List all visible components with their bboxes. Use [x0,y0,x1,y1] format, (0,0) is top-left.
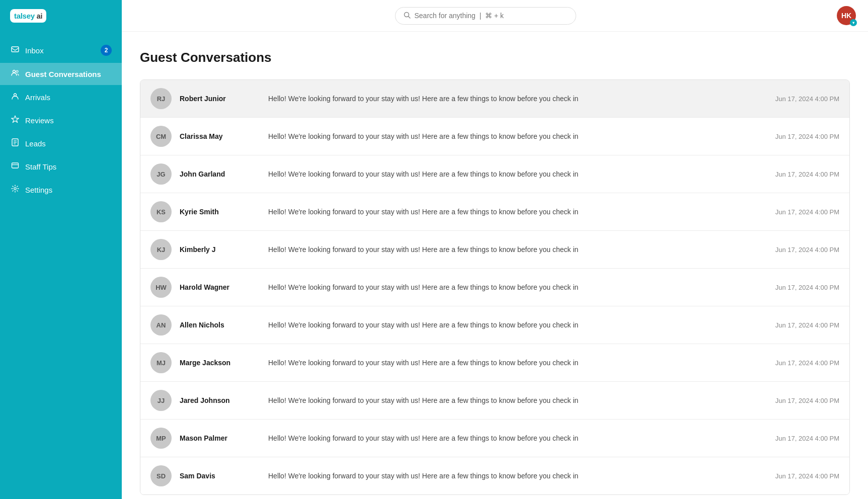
sidebar: talsey ai Inbox 2 [0,0,122,499]
table-row[interactable]: RJ Robert Junior Hello! We're looking fo… [140,80,849,118]
message-time: Jun 17, 2024 4:00 PM [775,284,839,291]
message-time: Jun 17, 2024 4:00 PM [775,246,839,254]
main-area: HK ▾ Guest Conversations RJ Robert Junio… [122,0,868,499]
header: HK ▾ [122,0,868,32]
contact-name: Sam Davis [180,472,260,480]
contact-name: Marge Jackson [180,359,260,367]
contact-name: Jared Johnson [180,396,260,404]
avatar: RJ [150,88,172,109]
avatar: JJ [150,390,172,411]
svg-point-3 [14,94,17,96]
table-row[interactable]: AN Allen Nichols Hello! We're looking fo… [140,306,849,344]
svg-rect-0 [12,47,19,52]
sidebar-item-leads[interactable]: Leads [0,132,122,154]
avatar: AN [150,314,172,336]
reviews-label: Reviews [25,116,54,125]
svg-point-2 [16,70,18,72]
logo-ai-text: ai [37,12,43,20]
conversations-list: RJ Robert Junior Hello! We're looking fo… [140,79,850,495]
message-preview: Hello! We're looking forward to your sta… [268,170,759,178]
contact-name: Clarissa May [180,132,260,140]
avatar: CM [150,126,172,147]
svg-point-11 [14,188,16,190]
arrivals-label: Arrivals [25,93,50,102]
table-row[interactable]: MJ Marge Jackson Hello! We're looking fo… [140,344,849,382]
message-preview: Hello! We're looking forward to your sta… [268,132,759,140]
sidebar-item-inbox[interactable]: Inbox 2 [0,39,122,62]
nav-items: Inbox 2 Guest Conversations Ar [0,35,122,205]
contact-name: Kyrie Smith [180,208,260,216]
guest-conversations-icon [10,69,20,79]
table-row[interactable]: MP Mason Palmer Hello! We're looking for… [140,420,849,457]
sidebar-item-settings[interactable]: Settings [0,179,122,201]
settings-label: Settings [25,186,52,194]
svg-rect-9 [12,163,19,168]
user-initials: HK [841,12,851,20]
table-row[interactable]: KS Kyrie Smith Hello! We're looking forw… [140,193,849,231]
search-icon [404,12,411,20]
contact-name: Harold Wagner [180,283,260,291]
message-preview: Hello! We're looking forward to your sta… [268,95,759,103]
guest-conversations-label: Guest Conversations [25,70,101,78]
inbox-badge: 2 [101,45,112,56]
message-preview: Hello! We're looking forward to your sta… [268,359,759,367]
avatar: HW [150,277,172,298]
table-row[interactable]: SD Sam Davis Hello! We're looking forwar… [140,457,849,494]
svg-line-13 [408,16,410,18]
avatar: MP [150,428,172,449]
contact-name: Mason Palmer [180,434,260,442]
settings-icon [10,185,20,195]
avatar-chevron-icon: ▾ [850,19,857,26]
svg-point-1 [13,70,16,73]
table-row[interactable]: JG John Garland Hello! We're looking for… [140,155,849,193]
message-time: Jun 17, 2024 4:00 PM [775,208,839,216]
avatar: JG [150,163,172,185]
contact-name: John Garland [180,170,260,178]
contact-name: Robert Junior [180,95,260,103]
search-input[interactable] [415,12,568,20]
avatar: SD [150,465,172,486]
table-row[interactable]: HW Harold Wagner Hello! We're looking fo… [140,269,849,306]
staff-tips-icon [10,161,20,172]
message-time: Jun 17, 2024 4:00 PM [775,95,839,103]
message-time: Jun 17, 2024 4:00 PM [775,472,839,480]
inbox-label: Inbox [25,46,44,55]
search-bar[interactable] [395,7,576,25]
content-area: Guest Conversations RJ Robert Junior Hel… [122,32,868,499]
message-preview: Hello! We're looking forward to your sta… [268,208,759,216]
avatar: KS [150,201,172,222]
leads-icon [10,138,20,148]
message-preview: Hello! We're looking forward to your sta… [268,245,759,254]
table-row[interactable]: KJ Kimberly J Hello! We're looking forwa… [140,231,849,269]
avatar: MJ [150,352,172,373]
message-time: Jun 17, 2024 4:00 PM [775,435,839,442]
user-avatar[interactable]: HK ▾ [837,6,856,25]
reviews-icon [10,115,20,125]
message-preview: Hello! We're looking forward to your sta… [268,472,759,480]
avatar: KJ [150,239,172,260]
leads-label: Leads [25,139,46,148]
message-preview: Hello! We're looking forward to your sta… [268,321,759,329]
arrivals-icon [10,92,20,102]
table-row[interactable]: JJ Jared Johnson Hello! We're looking fo… [140,382,849,420]
message-time: Jun 17, 2024 4:00 PM [775,397,839,404]
logo-area: talsey ai [0,0,122,35]
sidebar-item-staff-tips[interactable]: Staff Tips [0,155,122,178]
table-row[interactable]: CM Clarissa May Hello! We're looking for… [140,118,849,155]
logo-box: talsey ai [10,9,46,23]
message-preview: Hello! We're looking forward to your sta… [268,434,759,442]
message-time: Jun 17, 2024 4:00 PM [775,321,839,329]
message-time: Jun 17, 2024 4:00 PM [775,133,839,140]
inbox-icon [10,45,20,55]
message-preview: Hello! We're looking forward to your sta… [268,396,759,404]
contact-name: Allen Nichols [180,321,260,329]
sidebar-item-arrivals[interactable]: Arrivals [0,86,122,108]
message-time: Jun 17, 2024 4:00 PM [775,171,839,178]
staff-tips-label: Staff Tips [25,162,56,171]
page-title: Guest Conversations [140,50,850,65]
message-preview: Hello! We're looking forward to your sta… [268,283,759,291]
sidebar-item-guest-conversations[interactable]: Guest Conversations [0,63,122,85]
contact-name: Kimberly J [180,245,260,254]
logo-talsey-text: talsey [14,12,35,20]
sidebar-item-reviews[interactable]: Reviews [0,109,122,131]
